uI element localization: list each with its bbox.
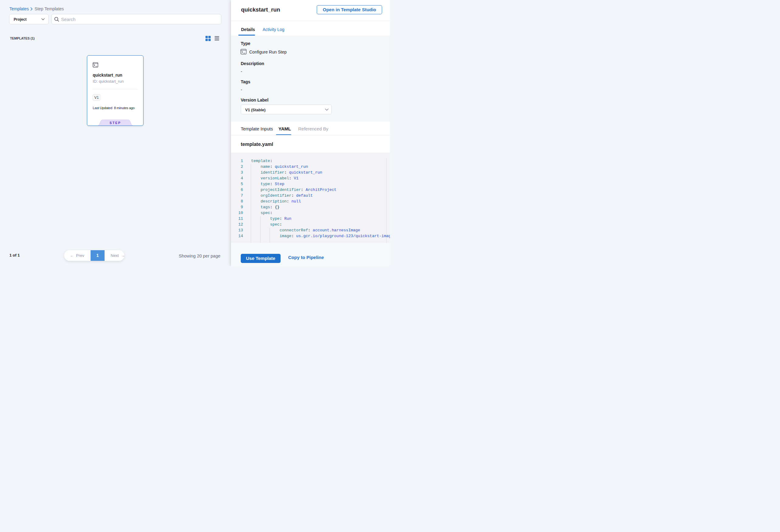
svg-text:STEP: STEP [110,121,121,125]
